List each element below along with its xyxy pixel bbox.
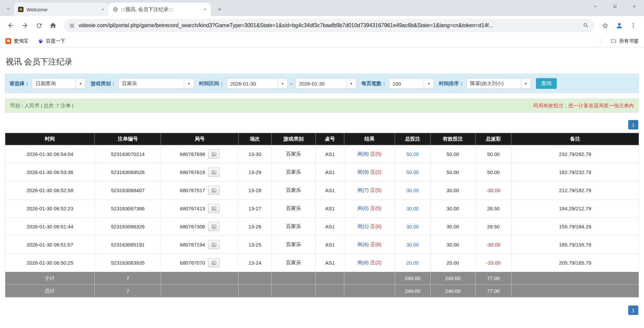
cell-note: 205.79/185.79 [511,254,639,272]
video-replay-button[interactable] [208,150,219,159]
round-number: 680767413 [180,206,205,211]
video-replay-button[interactable] [208,186,219,195]
cell-payout: -20.00 [475,254,511,272]
video-replay-button[interactable] [208,204,219,213]
cell-game-type: 百家乐 [271,236,315,254]
cell-table-no: AS1 [316,145,344,163]
table-row: 2026-01-30 06:54:04 523163070214 6807676… [5,145,639,163]
bookmarks-bar: 淘 爱淘宝 百度一下 所有书签 [0,35,644,48]
cell-result: 闲(6)庄(8) [344,236,395,254]
cell-table-no: AS1 [316,200,344,218]
cell-table-no: AS1 [316,163,344,181]
chevron-down-icon[interactable] [3,4,13,13]
column-header-bet-id: 注单编号 [95,133,161,145]
bookmark-aitaobao[interactable]: 淘 爱淘宝 [5,38,29,44]
video-replay-button[interactable] [208,222,219,231]
cell-total-bet[interactable]: 30.00 [395,236,431,254]
site-info-icon[interactable] [69,23,75,29]
video-replay-button[interactable] [208,240,219,249]
chevron-down-icon[interactable]: ▾ [346,78,356,89]
cell-total-bet[interactable]: 50.00 [395,163,431,181]
sort-dropdown[interactable]: 降幂(由大到小) ▾ [466,78,531,89]
maximize-button[interactable] [605,0,625,13]
sort-value: 降幂(由大到小) [467,78,521,89]
all-bookmarks-button[interactable]: 所有书签 [611,38,639,44]
column-header-total-bet: 总投注 [395,133,431,145]
table-row: 2026-01-30 06:51:07 523163065191 6807671… [5,236,639,254]
subtotal-total-bet: 240.00 [395,272,431,285]
close-tab-icon[interactable] [99,6,106,13]
chevron-down-icon[interactable]: ▾ [76,78,85,89]
cell-result: 闲(8)庄(2) [344,254,395,272]
chevron-down-icon[interactable]: ▾ [278,78,287,89]
query-type-dropdown[interactable]: 日期查询 ▾ [32,78,86,89]
forward-button[interactable] [18,19,32,32]
date-separator: ~ [290,81,293,87]
result-player: 闲(7) [357,187,368,193]
date-from-input[interactable]: 2026-01-30 ▾ [227,78,288,89]
date-range-label: 时间区间： [199,80,224,87]
home-button[interactable] [46,19,60,32]
video-replay-button[interactable] [208,258,219,267]
page-title: 视讯 会员下注纪录 [6,56,638,67]
column-header-table-no: 桌号 [316,133,344,145]
total-payout: 77.00 [475,285,511,297]
menu-kebab-icon[interactable] [627,19,640,32]
column-header-game-type: 游戏类别 [271,133,315,145]
column-header-result: 结果 [344,133,395,145]
bookmark-baidu[interactable]: 百度一下 [38,38,65,44]
chevron-down-icon[interactable]: ▾ [521,78,531,89]
tab-betrecord[interactable]: :::视讯, 会员下注纪录::: [109,3,211,16]
cell-game-type: 百家乐 [271,145,315,163]
cell-payout: -30.00 [475,181,511,200]
close-tab-icon[interactable] [201,6,208,13]
chevron-down-icon[interactable]: ▾ [184,78,194,89]
reload-button[interactable] [32,19,46,32]
back-button[interactable] [4,19,17,32]
total-label: 总计 [5,285,95,297]
total-row: 总计 7 240.00 240.00 77.00 [5,285,639,297]
cell-total-bet[interactable]: 30.00 [395,181,431,200]
page-number-button[interactable]: 1 [628,306,638,315]
column-header-note: 备注 [511,133,639,145]
filter-bar: 请选择： 日期查询 ▾ 游戏类别： 百家乐 ▾ 时间区间： 2026-01-30… [5,74,639,93]
page-size-dropdown[interactable]: 100 ▾ [389,78,434,89]
new-tab-button[interactable] [214,4,225,14]
game-type-dropdown[interactable]: 百家乐 ▾ [118,78,194,89]
video-replay-button[interactable] [208,168,219,177]
table-row: 2026-01-30 06:53:36 523163069526 6807676… [5,163,639,181]
close-window-button[interactable] [625,0,644,13]
tab-welcome[interactable]: Welcome [14,3,109,16]
date-to-input[interactable]: 2026-01-30 ▾ [295,78,356,89]
url-text[interactable]: videoie.com/ipl/portal.php/game/betrecor… [79,22,579,29]
table-row: 2026-01-30 06:52:23 523163067366 6807674… [5,200,639,218]
sort-label: 时间排序： [439,80,464,87]
profile-avatar[interactable] [612,19,626,32]
cell-table-no: AS1 [316,236,344,254]
subtotal-label: 小计 [5,272,95,285]
result-banker: 庄(8) [370,241,382,247]
cell-round: 680767698 [161,145,238,163]
all-bookmarks-label: 所有书签 [619,38,639,44]
tab-title: Welcome [27,7,96,12]
bookmark-star-icon[interactable] [598,19,612,32]
page-number-button[interactable]: 1 [628,120,638,129]
result-player: 闲(9) [357,169,368,175]
cell-total-bet[interactable]: 30.00 [395,200,431,218]
bookmarks-divider [601,38,601,45]
column-header-valid-bet: 有效投注 [430,133,475,145]
cell-valid-bet: 30.00 [430,218,475,236]
cell-total-bet[interactable]: 30.00 [395,218,431,236]
chevron-down-icon[interactable]: ▾ [424,78,434,89]
zoom-icon[interactable] [583,22,589,29]
minimize-button[interactable] [586,0,605,13]
cell-total-bet[interactable]: 50.00 [395,145,431,163]
address-bar[interactable]: videoie.com/ipl/portal.php/game/betrecor… [64,19,594,32]
cell-session: 13-28 [238,181,271,200]
cell-session: 13-27 [238,200,271,218]
cell-time: 2026-01-30 06:52:58 [5,181,95,200]
cell-table-no: AS1 [316,254,344,272]
info-bar: 币别 : 人民币 | 总共 :7 注单 | 同局有效投注，统一计算在该局第一张注… [5,99,639,113]
cell-total-bet[interactable]: 20.00 [395,254,431,272]
search-button[interactable]: 查询 [536,78,557,89]
